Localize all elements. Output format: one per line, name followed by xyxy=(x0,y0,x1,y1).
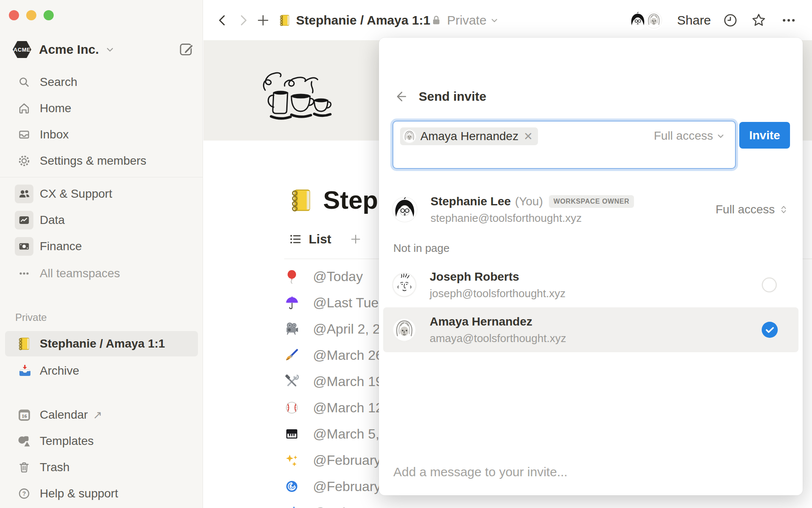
compose-icon[interactable] xyxy=(178,41,194,57)
share-button[interactable]: Share xyxy=(677,0,711,40)
sidebar-item-home[interactable]: Home xyxy=(0,96,203,121)
party-popper-emoji xyxy=(284,505,299,508)
remove-tag-icon[interactable]: ✕ xyxy=(524,130,533,143)
list-item[interactable]: @February 13, 2024 xyxy=(284,500,437,508)
sidebar-item-label: Templates xyxy=(40,434,94,448)
list-item-title: @March 5, xyxy=(313,426,379,442)
more-options-button[interactable] xyxy=(781,0,796,40)
invite-message-input[interactable] xyxy=(393,459,788,485)
page-collaborator-avatars[interactable] xyxy=(628,0,664,40)
lock-icon xyxy=(430,14,443,27)
coffee-cups-doodle xyxy=(247,62,336,126)
plus-icon xyxy=(258,16,268,25)
private-section-label: Private xyxy=(15,312,47,323)
sidebar-item-archive[interactable]: Archive xyxy=(0,358,203,384)
list-item[interactable]: @March 19 xyxy=(284,368,383,395)
forward-button[interactable] xyxy=(237,0,250,40)
tab-list[interactable]: List xyxy=(309,232,331,246)
notebook-emoji xyxy=(16,337,32,351)
add-view-button[interactable] xyxy=(350,233,362,245)
share-label: Share xyxy=(677,13,711,28)
zoom-window-button[interactable] xyxy=(44,10,54,20)
inbox-icon xyxy=(16,128,32,141)
sidebar-item-trash[interactable]: Trash xyxy=(0,455,203,480)
person-row-joseph[interactable]: Joseph Roberts joseph@toolsforthought.xy… xyxy=(392,264,789,306)
avatar-amaya xyxy=(403,130,416,143)
radio-unselected-icon[interactable] xyxy=(761,277,777,293)
back-button[interactable] xyxy=(216,0,229,40)
favorite-button[interactable] xyxy=(750,0,767,40)
topbar: Stephanie / Amaya 1:1 Private xyxy=(203,0,812,40)
workspace-switcher[interactable]: ACME Acme Inc. xyxy=(13,40,194,59)
sidebar-item-help[interactable]: ? Help & support xyxy=(0,481,203,506)
sidebar-item-label: CX & Support xyxy=(40,187,112,201)
list-item[interactable]: @March 12 xyxy=(284,395,383,421)
member-access-dropdown[interactable]: Full access xyxy=(716,203,789,216)
close-window-button[interactable] xyxy=(9,10,19,20)
invite-recipients-input[interactable]: Amaya Hernandez ✕ Full access xyxy=(392,121,736,169)
notebook-emoji xyxy=(288,188,314,213)
list-item-title: @February xyxy=(313,453,381,468)
access-level-dropdown[interactable]: Full access xyxy=(654,129,726,143)
list-item-title: @March 12 xyxy=(313,400,383,416)
notion-window: ACME Acme Inc. Search Home xyxy=(0,0,812,508)
check-circle-icon[interactable] xyxy=(761,321,778,338)
chevron-down-icon xyxy=(716,131,726,141)
sidebar-teamspace-data[interactable]: Data xyxy=(0,207,203,233)
chevron-right-icon xyxy=(241,16,246,25)
baseball-emoji xyxy=(284,400,299,415)
list-item[interactable]: @February xyxy=(284,473,381,500)
workspace-owner-badge: WORKSPACE OWNER xyxy=(549,195,634,208)
notebook-emoji xyxy=(278,14,291,27)
home-icon xyxy=(16,102,32,115)
invite-message-row xyxy=(393,459,788,485)
chevron-left-icon xyxy=(220,16,225,25)
member-row-stephanie: Stephanie Lee (You) WORKSPACE OWNER step… xyxy=(392,195,789,224)
member-access-label: Full access xyxy=(716,203,775,216)
minimize-window-button[interactable] xyxy=(26,10,36,20)
sidebar-item-inbox[interactable]: Inbox xyxy=(0,122,203,147)
list-item-title: @March 19 xyxy=(313,374,383,389)
breadcrumb[interactable]: Stephanie / Amaya 1:1 xyxy=(278,0,430,40)
sidebar-item-label: Help & support xyxy=(40,487,118,500)
privacy-dropdown[interactable]: Private xyxy=(430,0,499,40)
sidebar-item-all-teamspaces[interactable]: All teamspaces xyxy=(0,261,203,286)
star-icon xyxy=(750,12,767,29)
sidebar-item-label: Archive xyxy=(40,364,79,378)
list-item[interactable]: @February xyxy=(284,447,381,473)
cyclone-emoji xyxy=(284,479,299,494)
list-item[interactable]: @March 26 xyxy=(284,342,383,368)
sidebar-item-templates[interactable]: Templates xyxy=(0,428,203,454)
back-arrow-icon[interactable] xyxy=(393,89,408,104)
send-invite-dialog: Send invite Amaya Hernandez ✕ Full acces… xyxy=(379,38,803,495)
list-view-icon xyxy=(289,233,302,246)
list-item-title: @February xyxy=(313,479,381,494)
invite-button[interactable]: Invite xyxy=(739,122,790,149)
plus-icon xyxy=(352,235,360,243)
list-item[interactable]: @March 5, xyxy=(284,421,379,447)
sidebar-teamspace-finance[interactable]: Finance xyxy=(0,234,203,259)
list-item-title: @February 13, 2024 xyxy=(313,505,437,508)
person-row-amaya[interactable]: Amaya Hernandez amaya@toolsforthought.xy… xyxy=(392,309,789,351)
new-page-button[interactable] xyxy=(257,0,269,40)
member-you-suffix: (You) xyxy=(515,195,543,208)
people-icon xyxy=(15,185,33,203)
chart-icon xyxy=(15,211,33,229)
recipient-tag[interactable]: Amaya Hernandez ✕ xyxy=(400,127,538,145)
sidebar-item-label: Trash xyxy=(40,461,70,474)
privacy-label: Private xyxy=(447,13,486,28)
sidebar-item-calendar[interactable]: 16 Calendar ↗ xyxy=(0,402,203,428)
sidebar-teamspace-cx-support[interactable]: CX & Support xyxy=(0,181,203,207)
list-item[interactable]: @Today xyxy=(284,263,363,290)
sidebar-item-settings[interactable]: Settings & members xyxy=(0,148,203,174)
piano-emoji xyxy=(284,427,299,441)
sidebar-item-stephanie-amaya[interactable]: Stephanie / Amaya 1:1 xyxy=(5,331,198,356)
money-icon xyxy=(15,237,33,256)
list-item[interactable]: @April 2, 2 xyxy=(284,316,380,342)
sidebar-item-search[interactable]: Search xyxy=(0,69,203,95)
updates-button[interactable] xyxy=(723,0,738,40)
list-item[interactable]: @Last Tues xyxy=(284,290,385,316)
avatar-amaya xyxy=(392,318,416,342)
avatar-joseph xyxy=(392,273,416,297)
sidebar-item-label: Home xyxy=(40,102,71,115)
